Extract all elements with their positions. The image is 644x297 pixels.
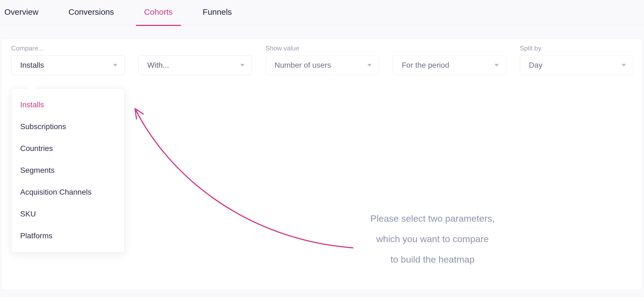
tabs-nav: Overview Conversions Cohorts Funnels: [0, 0, 644, 25]
tab-overview[interactable]: Overview: [4, 7, 38, 18]
compare-option-installs[interactable]: Installs: [11, 94, 124, 116]
with-select[interactable]: With...: [138, 55, 252, 75]
compare-dropdown: Installs Subscriptions Countries Segment…: [11, 88, 125, 253]
hint-line1: Please select two parameters,: [356, 208, 509, 229]
compare-select-value: Installs: [20, 61, 44, 70]
compare-select[interactable]: Installs: [11, 55, 125, 75]
show-value-select-value: Number of users: [275, 61, 331, 70]
chevron-down-icon: [240, 64, 245, 67]
cohorts-panel: Compare... Installs With... Show value N…: [1, 39, 643, 290]
filter-period: For the period: [393, 44, 506, 75]
compare-option-subscriptions[interactable]: Subscriptions: [11, 116, 124, 138]
show-value-select[interactable]: Number of users: [266, 55, 379, 75]
filter-show-value: Show value Number of users: [266, 44, 379, 75]
chevron-down-icon: [622, 64, 626, 67]
chevron-down-icon: [113, 64, 117, 67]
compare-option-countries[interactable]: Countries: [11, 138, 124, 159]
annotation-arrow-icon: [130, 103, 359, 259]
filter-compare: Compare... Installs: [11, 44, 125, 75]
chevron-down-icon: [367, 64, 372, 67]
hint-line3: to build the heatmap: [356, 249, 509, 270]
filter-with: With...: [138, 44, 252, 75]
compare-option-acquisition-channels[interactable]: Acquisition Channels: [11, 181, 124, 203]
with-label-spacer: [138, 44, 252, 52]
compare-option-platforms[interactable]: Platforms: [11, 225, 124, 247]
period-select-value: For the period: [402, 61, 449, 70]
with-select-placeholder: With...: [147, 61, 169, 70]
compare-option-segments[interactable]: Segments: [11, 159, 124, 181]
compare-label: Compare...: [11, 44, 125, 52]
tab-funnels[interactable]: Funnels: [203, 7, 232, 18]
split-by-select[interactable]: Day: [520, 55, 633, 75]
period-label-spacer: [393, 44, 506, 52]
chevron-down-icon: [494, 64, 499, 67]
tab-cohorts[interactable]: Cohorts: [144, 7, 173, 18]
filter-split-by: Split by Day: [520, 44, 633, 75]
show-value-label: Show value: [266, 44, 379, 52]
filter-row: Compare... Installs With... Show value N…: [11, 44, 633, 75]
tab-conversions[interactable]: Conversions: [68, 7, 114, 18]
compare-option-sku[interactable]: SKU: [11, 203, 124, 225]
empty-state-hint: Please select two parameters, which you …: [356, 208, 509, 269]
period-select[interactable]: For the period: [393, 55, 506, 75]
split-by-label: Split by: [520, 44, 633, 52]
split-by-select-value: Day: [529, 61, 542, 70]
hint-line2: which you want to compare: [356, 229, 509, 249]
